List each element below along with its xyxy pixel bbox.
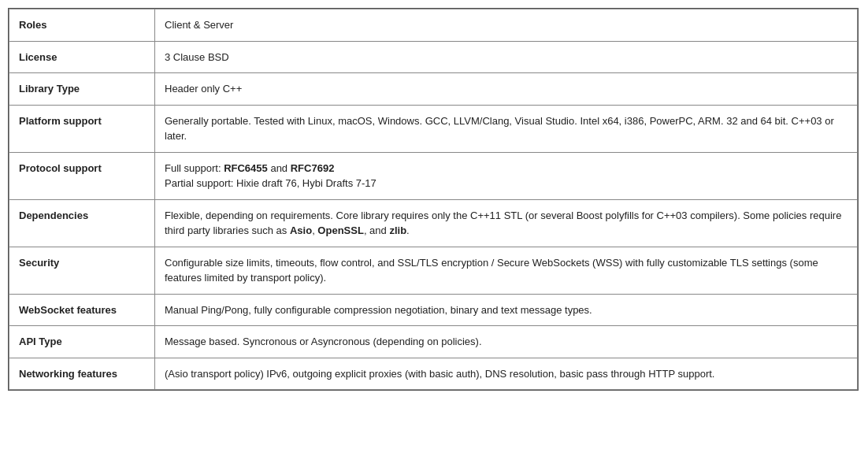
value-roles: Client & Server (155, 9, 858, 42)
value-license: 3 Clause BSD (155, 41, 858, 73)
table-row: API TypeMessage based. Syncronous or Asy… (9, 326, 858, 358)
label-api-type: API Type (9, 326, 155, 358)
table-row: License3 Clause BSD (9, 41, 858, 73)
value-library-type: Header only C++ (155, 73, 858, 106)
table-row: Networking features(Asio transport polic… (9, 358, 858, 390)
value-dependencies: Flexible, depending on requirements. Cor… (155, 199, 858, 247)
feature-table: RolesClient & ServerLicense3 Clause BSDL… (8, 8, 859, 391)
table-row: Platform supportGenerally portable. Test… (9, 105, 858, 152)
value-protocol-support: Full support: RFC6455 and RFC7692Partial… (155, 152, 858, 199)
table-row: Library TypeHeader only C++ (9, 73, 858, 106)
value-api-type: Message based. Syncronous or Asyncronous… (155, 326, 858, 358)
label-networking-features: Networking features (9, 358, 155, 390)
table-row: SecurityConfigurable size limits, timeou… (9, 247, 858, 294)
label-license: License (9, 41, 155, 73)
table-row: WebSocket featuresManual Ping/Pong, full… (9, 294, 858, 326)
value-platform-support: Generally portable. Tested with Linux, m… (155, 105, 858, 152)
table-row: RolesClient & Server (9, 9, 858, 42)
value-websocket-features: Manual Ping/Pong, fully configurable com… (155, 294, 858, 326)
table-row: Protocol supportFull support: RFC6455 an… (9, 152, 858, 199)
label-dependencies: Dependencies (9, 199, 155, 247)
label-platform-support: Platform support (9, 105, 155, 152)
value-security: Configurable size limits, timeouts, flow… (155, 247, 858, 294)
table-row: DependenciesFlexible, depending on requi… (9, 199, 858, 247)
label-library-type: Library Type (9, 73, 155, 106)
value-networking-features: (Asio transport policy) IPv6, outgoing e… (155, 358, 858, 390)
label-roles: Roles (9, 9, 155, 42)
label-protocol-support: Protocol support (9, 152, 155, 199)
label-websocket-features: WebSocket features (9, 294, 155, 326)
label-security: Security (9, 247, 155, 294)
